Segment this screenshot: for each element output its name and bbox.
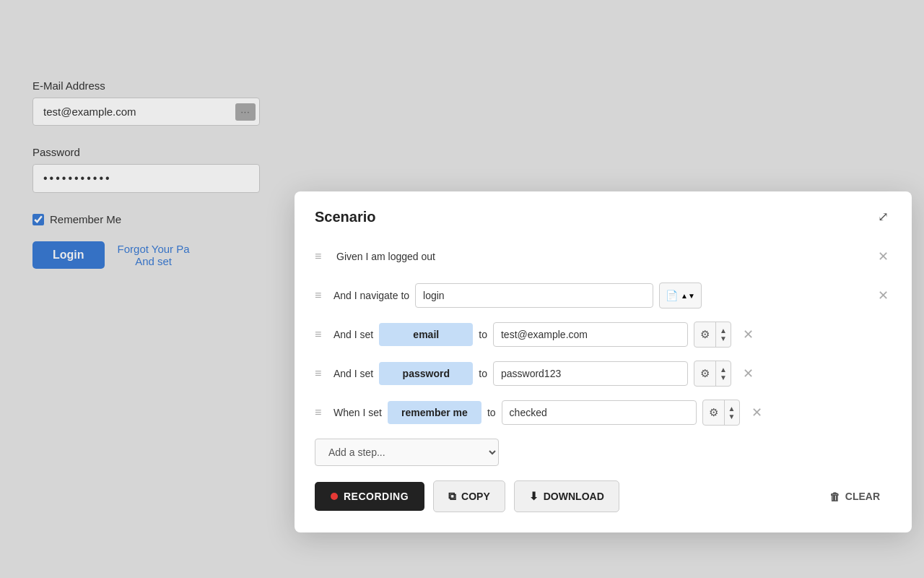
gear-icon-4: ⚙ <box>694 361 716 386</box>
modal-expand-button[interactable]: ⤢ <box>875 207 892 226</box>
step-5-arrows: ▲▼ <box>725 405 739 420</box>
step-5-gear-button[interactable]: ⚙ ▲▼ <box>702 400 740 426</box>
step-3-arrows: ▲▼ <box>716 327 731 342</box>
gear-icon-3: ⚙ <box>694 322 716 347</box>
copy-label: COPY <box>461 491 490 502</box>
step-5-prefix: When I set <box>334 407 382 418</box>
step-row-3: ≡ And I set email to ⚙ ▲▼ ✕ <box>315 319 892 350</box>
recording-button[interactable]: RECORDING <box>315 482 424 511</box>
step-2-input[interactable] <box>415 283 653 308</box>
gear-icon-5: ⚙ <box>703 400 725 425</box>
step-3-gear-button[interactable]: ⚙ ▲▼ <box>694 322 731 348</box>
step-5-value-input[interactable] <box>502 400 697 425</box>
step-4-middle: to <box>479 368 487 379</box>
download-icon: ⬇ <box>529 490 539 503</box>
clear-button[interactable]: 🗑 CLEAR <box>818 482 892 512</box>
step-3-value-input[interactable] <box>493 322 688 347</box>
expand-icon: ⤢ <box>878 210 889 224</box>
step-1-text: Given I am logged out <box>334 245 438 268</box>
file-icon: 📄 <box>666 290 678 301</box>
nav-arrows: ▲▼ <box>681 292 695 300</box>
step-5-delete-button[interactable]: ✕ <box>749 403 765 422</box>
step-5-middle: to <box>487 407 496 418</box>
step-4-gear-button[interactable]: ⚙ ▲▼ <box>694 361 731 387</box>
add-step-select[interactable]: Add a step... Given When Then And <box>315 439 499 466</box>
copy-icon: ⧉ <box>448 490 456 503</box>
step-3-prefix: And I set <box>334 329 373 340</box>
step-4-prefix: And I set <box>334 368 373 379</box>
step-3-delete-button[interactable]: ✕ <box>740 325 757 344</box>
step-1-delete-button[interactable]: ✕ <box>875 247 892 266</box>
step-2-prefix: And I navigate to <box>334 290 409 301</box>
copy-button[interactable]: ⧉ COPY <box>433 480 505 512</box>
drag-handle-1[interactable]: ≡ <box>315 250 328 263</box>
download-button[interactable]: ⬇ DOWNLOAD <box>514 480 619 512</box>
add-step-row: Add a step... Given When Then And <box>315 439 892 466</box>
step-row-5: ≡ When I set remember me to ⚙ ▲▼ ✕ <box>315 397 892 428</box>
step-2-delete-button[interactable]: ✕ <box>875 286 892 305</box>
step-4-arrows: ▲▼ <box>716 366 731 381</box>
drag-handle-4[interactable]: ≡ <box>315 367 328 380</box>
step-3-field-name: email <box>379 323 473 346</box>
step-4-value-input[interactable] <box>493 361 688 386</box>
modal-header: Scenario ⤢ <box>315 207 892 226</box>
recording-dot-icon <box>331 493 338 500</box>
step-4-delete-button[interactable]: ✕ <box>740 364 757 383</box>
modal-title: Scenario <box>315 209 375 225</box>
scenario-modal: Scenario ⤢ ≡ Given I am logged out ✕ ≡ A… <box>295 191 912 532</box>
step-row-4: ≡ And I set password to ⚙ ▲▼ ✕ <box>315 358 892 389</box>
drag-handle-5[interactable]: ≡ <box>315 406 328 419</box>
drag-handle-3[interactable]: ≡ <box>315 328 328 341</box>
step-row-2: ≡ And I navigate to 📄 ▲▼ ✕ <box>315 280 892 311</box>
drag-handle-2[interactable]: ≡ <box>315 289 328 302</box>
clear-label: CLEAR <box>845 491 880 502</box>
trash-icon: 🗑 <box>829 491 840 503</box>
modal-actions: RECORDING ⧉ COPY ⬇ DOWNLOAD 🗑 CLEAR <box>315 480 892 512</box>
step-4-field-name: password <box>379 362 473 385</box>
step-row-1: ≡ Given I am logged out ✕ <box>315 241 892 272</box>
recording-label: RECORDING <box>344 491 409 502</box>
step-3-middle: to <box>479 329 487 340</box>
step-5-field-name: remember me <box>388 401 481 424</box>
download-label: DOWNLOAD <box>544 491 604 502</box>
step-2-file-button[interactable]: 📄 ▲▼ <box>659 282 702 309</box>
